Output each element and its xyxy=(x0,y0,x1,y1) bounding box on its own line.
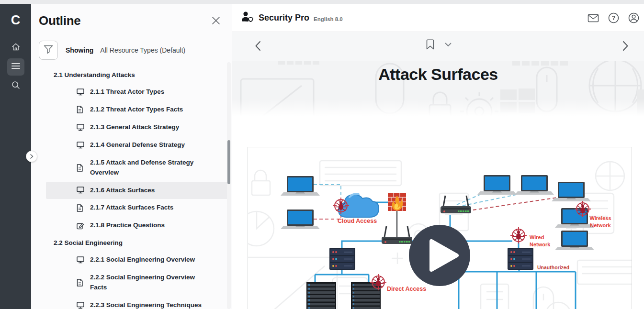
outline-section-header[interactable]: 2.1 Understanding Attacks xyxy=(31,66,232,83)
outline-section-header[interactable]: 2.2 Social Engineering xyxy=(31,234,232,251)
account-icon[interactable] xyxy=(628,12,639,23)
laptop-device xyxy=(552,182,591,201)
outline-item-label: 2.1.6 Attack Surfaces xyxy=(90,186,155,196)
search-icon xyxy=(11,80,21,92)
outline-list: 2.1 Understanding Attacks 2.1.1 Threat A… xyxy=(31,66,232,309)
outline-item[interactable]: 2.2.3 Social Engineering Techniques xyxy=(46,297,229,309)
menu-icon xyxy=(11,63,20,71)
lesson-banner: Attack Surfaces xyxy=(232,61,644,116)
course-shield-person-icon xyxy=(241,11,254,25)
server-stack xyxy=(508,248,533,270)
document-icon xyxy=(77,279,84,287)
sidebar-item-home[interactable] xyxy=(7,39,24,56)
outline-item[interactable]: 2.1.8 Practice Questions xyxy=(46,217,229,234)
page-title: Attack Surfaces xyxy=(232,65,644,84)
video-lesson-icon xyxy=(77,187,84,194)
server-rack xyxy=(306,282,336,309)
outline-item-label: 2.2.3 Social Engineering Techniques xyxy=(90,300,202,309)
practice-edit-icon xyxy=(77,222,84,230)
wireless-router-device xyxy=(441,196,471,213)
course-title: Security Pro xyxy=(259,13,309,23)
outline-item-label: 2.1.1 Threat Actor Types xyxy=(90,87,164,97)
server-stack xyxy=(329,248,355,270)
outline-title: Outline xyxy=(39,13,80,28)
outline-item[interactable]: 2.1.2 Threat Actor Types Facts xyxy=(46,101,229,119)
wired-network-label: Network xyxy=(530,242,551,247)
filter-button[interactable] xyxy=(39,41,58,60)
home-icon xyxy=(11,42,21,54)
outline-item[interactable]: 2.2.2 Social Engineering Overview Facts xyxy=(46,269,229,297)
unauthorized-label: Unauthorized xyxy=(537,265,569,270)
network-diagram: Cloud Access Direct Access Wireless Netw… xyxy=(248,147,632,309)
sidebar-item-outline[interactable] xyxy=(7,58,24,76)
direct-access-label: Direct Access xyxy=(387,286,426,292)
outline-item[interactable]: 2.1.7 Attack Surfaces Facts xyxy=(46,199,229,217)
course-edition: English 8.0 xyxy=(314,16,343,22)
outline-item[interactable]: 2.1.3 General Attack Strategy xyxy=(46,119,229,136)
play-button[interactable] xyxy=(409,225,470,286)
outline-item-label: 2.1.3 General Attack Strategy xyxy=(90,122,179,132)
cloud-access-label: Cloud Access xyxy=(338,218,377,224)
lesson-navbar xyxy=(232,32,644,61)
filter-showing-label: Showing xyxy=(66,46,93,54)
outline-item-label: 2.1.7 Attack Surfaces Facts xyxy=(90,203,173,213)
panel-expand-button[interactable] xyxy=(26,151,37,162)
close-icon xyxy=(212,18,220,26)
wireless-network-label: Wireless xyxy=(589,215,611,221)
help-icon[interactable]: ? xyxy=(608,12,619,23)
server-rack xyxy=(351,282,381,309)
cloud-shape xyxy=(339,194,379,217)
outline-item-label: 2.1.5 Attack and Defense Strategy Overvi… xyxy=(90,158,209,178)
sidebar-item-search[interactable] xyxy=(7,77,24,95)
outline-item[interactable]: 2.1.1 Threat Actor Types xyxy=(46,83,229,101)
document-icon xyxy=(77,106,84,113)
outline-panel: Outline Showing All Resource Types (Defa… xyxy=(31,4,232,309)
outline-item[interactable]: 2.2.1 Social Engineering Overview xyxy=(46,251,229,269)
outline-item-label: 2.1.2 Threat Actor Types Facts xyxy=(90,105,183,115)
filter-value[interactable]: All Resource Types (Default) xyxy=(100,46,185,54)
video-lesson-icon xyxy=(77,88,84,96)
laptop-device xyxy=(281,176,320,196)
outline-scrollbar-track xyxy=(227,62,231,309)
document-icon xyxy=(77,204,84,212)
outline-scrollbar-thumb[interactable] xyxy=(227,140,230,184)
outline-item-label: 2.1.8 Practice Questions xyxy=(90,221,165,231)
video-player[interactable]: Cloud Access Direct Access Wireless Netw… xyxy=(248,147,632,309)
threat-bug-icon xyxy=(510,227,527,243)
close-outline-button[interactable] xyxy=(212,16,220,27)
outline-item-label: 2.2.2 Social Engineering Overview Facts xyxy=(90,273,209,293)
mail-icon[interactable] xyxy=(588,13,599,23)
sidebar-nav xyxy=(7,39,24,95)
video-lesson-icon xyxy=(77,302,84,309)
wireless-network-label: Network xyxy=(590,222,611,228)
outline-item[interactable]: 2.1.4 General Defense Strategy xyxy=(46,136,229,154)
app-logo: C xyxy=(11,10,21,31)
app-window: C Outline xyxy=(0,0,644,309)
outline-item[interactable]: 2.1.5 Attack and Defense Strategy Overvi… xyxy=(46,154,229,182)
chevron-right-icon xyxy=(30,152,34,161)
wired-network-label: Wired xyxy=(530,234,544,240)
document-icon xyxy=(77,164,84,172)
course-header: Security Pro English 8.0 ? xyxy=(232,4,644,32)
video-lesson-icon xyxy=(77,256,84,264)
firewall-shape xyxy=(388,193,406,211)
help-glyph: ? xyxy=(612,15,616,22)
outline-item-label: 2.1.4 General Defense Strategy xyxy=(90,140,185,150)
video-lesson-icon xyxy=(77,142,84,149)
outline-item-label: 2.2.1 Social Engineering Overview xyxy=(90,255,195,265)
bookmark-dropdown-caret-icon[interactable] xyxy=(445,43,452,47)
top-strip xyxy=(0,0,644,4)
laptop-device xyxy=(477,175,517,195)
next-lesson-button[interactable] xyxy=(622,41,629,53)
outline-item-selected[interactable]: 2.1.6 Attack Surfaces xyxy=(46,182,229,199)
video-lesson-icon xyxy=(77,124,84,131)
bookmark-icon[interactable] xyxy=(426,39,434,50)
laptop-device xyxy=(515,175,554,195)
main-content: Security Pro English 8.0 ? xyxy=(232,4,644,309)
previous-lesson-button[interactable] xyxy=(255,41,261,53)
filter-funnel-icon xyxy=(43,44,54,56)
